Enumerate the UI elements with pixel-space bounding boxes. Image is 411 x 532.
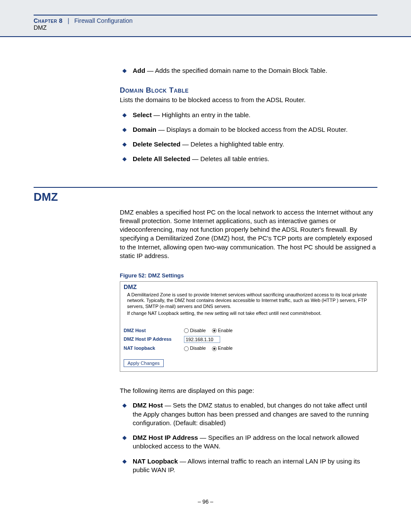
chapter-line: Chapter 8 | Firewall Configuration xyxy=(34,17,377,24)
figure-caption: Figure 52: DMZ Settings xyxy=(120,272,377,279)
chapter-title: Firewall Configuration xyxy=(74,17,132,24)
row-dmz-ip: DMZ Host IP Address xyxy=(124,336,374,343)
figure-dmz-settings: DMZ A Demilitarized Zone is used to prov… xyxy=(120,281,377,372)
label-dmz-host: DMZ Host xyxy=(124,328,184,334)
figure-title: DMZ xyxy=(124,283,374,291)
term-add: Add xyxy=(133,67,145,74)
desc-dmz-host: — Sets the DMZ status to enabled, but ch… xyxy=(133,401,369,426)
row-nat-loopback: NAT loopback Disable Enable xyxy=(124,345,374,352)
page-header: Chapter 8 | Firewall Configuration DMZ xyxy=(0,0,411,37)
list-item: NAT Loopback — Allows internal traffic t… xyxy=(120,457,377,475)
radio-label: Disable xyxy=(190,345,206,352)
desc-delete-all: — Deletes all table entries. xyxy=(190,155,269,162)
chapter-separator: | xyxy=(68,17,69,24)
top-bullet-list: Add — Adds the specified domain name to … xyxy=(120,66,377,75)
figure-desc-2: If change NAT Loopback setting, the new … xyxy=(127,311,374,317)
radio-nat-disable[interactable]: Disable xyxy=(184,345,206,352)
radio-dmz-host-enable[interactable]: Enable xyxy=(212,328,233,334)
term-delete-selected: Delete Selected xyxy=(133,140,181,148)
term-select: Select xyxy=(133,111,152,118)
term-dmz-host: DMZ Host xyxy=(133,401,163,409)
list-item: Delete Selected — Deletes a highlighted … xyxy=(120,140,377,149)
term-nat-loopback: NAT Loopback xyxy=(133,457,178,465)
list-item: Domain — Displays a domain to be blocked… xyxy=(120,125,377,134)
dmz-heading: DMZ xyxy=(34,190,377,204)
list-item: Select — Highlights an entry in the tabl… xyxy=(120,111,377,119)
desc-delete-selected: — Deletes a highlighted table entry. xyxy=(181,140,284,148)
desc-domain: — Displays a domain to be blocked access… xyxy=(156,126,348,133)
radio-icon xyxy=(212,328,217,333)
label-nat-loopback: NAT loopback xyxy=(124,345,184,352)
row-dmz-host: DMZ Host Disable Enable xyxy=(124,328,374,334)
dmz-items-list: DMZ Host — Sets the DMZ status to enable… xyxy=(120,401,377,474)
page-number: – 96 – xyxy=(34,498,377,518)
domain-block-heading: Domain Block Table xyxy=(120,86,377,95)
input-dmz-ip[interactable] xyxy=(184,336,220,343)
radio-label: Enable xyxy=(218,328,233,334)
radio-icon xyxy=(184,328,189,333)
chapter-subtitle: DMZ xyxy=(34,24,377,31)
term-domain: Domain xyxy=(133,126,156,133)
list-item: DMZ Host — Sets the DMZ status to enable… xyxy=(120,401,377,427)
term-delete-all: Delete All Selected xyxy=(133,155,190,162)
radio-label: Disable xyxy=(190,328,206,334)
apply-changes-button[interactable]: Apply Changes xyxy=(124,359,164,367)
section-rule xyxy=(34,187,377,188)
list-item: DMZ Host IP Address — Specifies an IP ad… xyxy=(120,433,377,451)
domain-block-intro: Lists the domains to be blocked access t… xyxy=(120,96,377,104)
dmz-following: The following items are displayed on thi… xyxy=(120,386,377,395)
radio-dmz-host-disable[interactable]: Disable xyxy=(184,328,206,334)
domain-block-list: Select — Highlights an entry in the tabl… xyxy=(120,111,377,164)
desc-add: — Adds the specified domain name to the … xyxy=(145,67,327,74)
list-item: Add — Adds the specified domain name to … xyxy=(120,66,377,75)
term-dmz-ip: DMZ Host IP Address xyxy=(133,434,198,441)
radio-icon xyxy=(212,346,217,351)
dmz-intro: DMZ enables a specified host PC on the l… xyxy=(120,208,377,261)
header-rule xyxy=(34,15,377,16)
radio-nat-enable[interactable]: Enable xyxy=(212,345,233,352)
radio-label: Enable xyxy=(218,345,233,352)
chapter-prefix: Chapter 8 xyxy=(34,17,62,24)
radio-icon xyxy=(184,346,189,351)
figure-desc-1: A Demilitarized Zone is used to provide … xyxy=(127,292,374,310)
label-dmz-ip: DMZ Host IP Address xyxy=(124,336,184,342)
desc-select: — Highlights an entry in the table. xyxy=(152,111,250,118)
list-item: Delete All Selected — Deletes all table … xyxy=(120,155,377,163)
